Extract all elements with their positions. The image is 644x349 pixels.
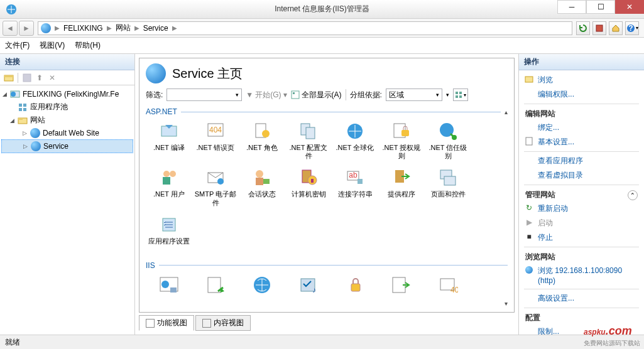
- breadcrumb-node[interactable]: FELIXKING: [63, 24, 103, 33]
- expand-icon[interactable]: ▷: [21, 130, 28, 136]
- breadcrumb-node[interactable]: Service: [143, 24, 168, 33]
- action-stop[interactable]: ■停止: [519, 230, 644, 245]
- feature-label: SMTP 电子邮件: [194, 190, 237, 207]
- menu-help[interactable]: 帮助(H): [75, 40, 101, 51]
- actions-panel: 操作 浏览 编辑权限... 编辑网站 绑定... 基本设置... 查看应用程序 …: [518, 54, 644, 335]
- feature-item[interactable]: .NET 编译: [146, 117, 192, 164]
- scroll-up-icon[interactable]: ▴: [505, 109, 508, 115]
- action-bindings[interactable]: 绑定...: [519, 121, 644, 135]
- svg-point-52: [161, 281, 169, 288]
- feature-label: .NET 用户: [153, 190, 185, 207]
- close-button[interactable]: ✕: [615, 0, 644, 14]
- status-text: 就绪: [5, 337, 20, 348]
- nav-bar: ◄ ► ▶ FELIXKING ▶ 网站 ▶ Service ▶ ?▾: [0, 19, 644, 38]
- help-button[interactable]: ?▾: [625, 21, 639, 35]
- feature-item[interactable]: 404: [425, 271, 471, 307]
- feature-icon: [391, 168, 412, 188]
- feature-icon: [159, 168, 179, 188]
- feature-item[interactable]: [146, 271, 192, 307]
- svg-rect-30: [401, 130, 409, 136]
- home-button[interactable]: [609, 21, 623, 35]
- expand-icon[interactable]: ▷: [22, 143, 28, 149]
- feature-item[interactable]: ab连接字符串: [332, 164, 378, 210]
- refresh-button[interactable]: [576, 21, 590, 35]
- delete-connection-button[interactable]: ✕: [46, 72, 58, 84]
- feature-icon: 404: [205, 121, 226, 141]
- feature-item[interactable]: .NET 授权规则: [378, 117, 425, 164]
- feature-icon: [438, 168, 458, 188]
- feature-item[interactable]: .NET 角色: [239, 117, 285, 164]
- tree-default-site[interactable]: ▷ Default Web Site: [1, 127, 133, 139]
- groupby-select[interactable]: 区域▾: [386, 89, 442, 101]
- menu-file[interactable]: 文件(F): [5, 40, 30, 51]
- show-all-button[interactable]: 全部显示(A): [291, 90, 342, 100]
- scroll-down-icon[interactable]: ▾: [505, 300, 508, 307]
- features-view-tab[interactable]: 功能视图: [139, 315, 194, 331]
- tree-app-pools[interactable]: 应用程序池: [1, 100, 133, 114]
- connect-button[interactable]: [3, 72, 15, 84]
- action-advanced[interactable]: 高级设置...: [519, 291, 644, 306]
- group-iis[interactable]: IIS: [146, 260, 508, 271]
- group-aspnet[interactable]: ASP.NET▴: [146, 106, 508, 117]
- feature-item[interactable]: ♪: [285, 271, 332, 307]
- action-restart[interactable]: ↻重新启动: [519, 201, 644, 216]
- go-button[interactable]: ▼ 开始(G) ▾: [246, 90, 287, 100]
- feature-item[interactable]: .NET 配置文件: [285, 117, 332, 164]
- feature-icon: [205, 168, 226, 188]
- svg-rect-10: [23, 104, 26, 107]
- watermark: aspku.com 免费网站源码下载站: [584, 319, 640, 348]
- collapse-button[interactable]: ⌃: [628, 190, 638, 200]
- svg-rect-19: [456, 95, 458, 98]
- back-button[interactable]: ◄: [3, 21, 18, 36]
- action-browse[interactable]: 浏览: [519, 73, 644, 87]
- feature-item[interactable]: .NET 用户: [146, 164, 192, 210]
- feature-item[interactable]: 应用程序设置: [146, 211, 192, 257]
- filter-input[interactable]: ▾: [166, 89, 242, 101]
- spacer: [9, 104, 15, 110]
- tree-label: Service: [43, 142, 68, 151]
- forward-button[interactable]: ►: [19, 21, 34, 36]
- feature-item[interactable]: [192, 271, 239, 307]
- minimize-button[interactable]: ─: [557, 0, 586, 14]
- collapse-icon[interactable]: ◢: [9, 117, 15, 124]
- feature-item[interactable]: SMTP 电子邮件: [192, 164, 239, 210]
- feature-item[interactable]: 提供程序: [378, 164, 425, 210]
- save-connection-button[interactable]: [21, 72, 33, 84]
- feature-item[interactable]: 404.NET 错误页: [192, 117, 239, 164]
- action-basic-settings[interactable]: 基本设置...: [519, 135, 644, 149]
- tree-server-node[interactable]: ◢ FELIXKING (FelixKing\Mr.Fe: [1, 88, 133, 100]
- svg-text:404: 404: [209, 126, 222, 134]
- feature-item[interactable]: 页面和控件: [425, 164, 471, 210]
- action-edit-permissions[interactable]: 编辑权限...: [519, 87, 644, 102]
- feature-item[interactable]: [332, 271, 378, 307]
- collapse-icon[interactable]: ◢: [1, 91, 8, 97]
- feature-icon: [252, 168, 272, 188]
- page-title-row: Service 主页: [146, 63, 508, 83]
- content-view-tab[interactable]: 内容视图: [195, 315, 251, 331]
- breadcrumb[interactable]: ▶ FELIXKING ▶ 网站 ▶ Service ▶: [38, 21, 572, 35]
- feature-item[interactable]: .NET 信任级别: [425, 117, 471, 164]
- svg-text:♪: ♪: [312, 286, 316, 294]
- breadcrumb-node[interactable]: 网站: [116, 23, 131, 33]
- feature-item[interactable]: 会话状态: [239, 164, 285, 210]
- feature-item[interactable]: 计算机密钥: [285, 164, 332, 210]
- up-button[interactable]: ⬆: [33, 72, 46, 84]
- action-browse-url[interactable]: 浏览 192.168.1.100:8090 (http): [519, 264, 644, 287]
- chevron-right-icon: ▶: [172, 24, 177, 31]
- svg-rect-40: [263, 179, 270, 184]
- view-mode-button[interactable]: ▾: [453, 89, 468, 101]
- action-view-apps[interactable]: 查看应用程序: [519, 154, 644, 168]
- menu-view[interactable]: 视图(V): [40, 40, 65, 51]
- feature-item[interactable]: .NET 全球化: [332, 117, 378, 164]
- center-panel: Service 主页 筛选: ▾ ▼ 开始(G) ▾ 全部显示(A) 分组依据:…: [135, 54, 518, 335]
- maximize-button[interactable]: ☐: [586, 0, 615, 14]
- tree-service-site[interactable]: ▷ Service: [1, 139, 133, 153]
- feature-item[interactable]: [239, 271, 285, 307]
- feature-item[interactable]: [378, 271, 425, 307]
- action-group-edit-site: 编辑网站: [519, 106, 644, 121]
- stop-button[interactable]: [592, 21, 606, 35]
- tree-sites[interactable]: ◢ 网站: [1, 114, 133, 127]
- svg-rect-17: [456, 92, 458, 94]
- svg-point-37: [217, 178, 224, 185]
- action-view-vdir[interactable]: 查看虚拟目录: [519, 168, 644, 183]
